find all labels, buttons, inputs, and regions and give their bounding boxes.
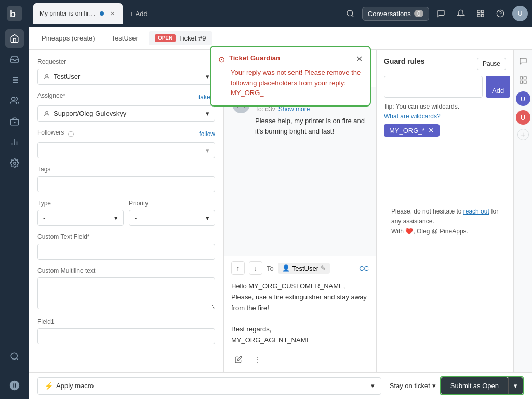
tab-title: My printer is on fire #9 — [39, 10, 97, 17]
mini-apps-icon[interactable] — [516, 73, 530, 87]
show-more-link[interactable]: Show more — [278, 105, 310, 113]
user-avatar-btn[interactable]: U — [512, 6, 528, 21]
mini-avatar-blue[interactable]: U — [516, 91, 530, 106]
cc-button[interactable]: CC — [359, 264, 369, 272]
svg-text:b: b — [10, 9, 16, 19]
bottom-right: Stay on ticket ▾ Submit as Open ▾ — [390, 376, 524, 395]
followers-select[interactable]: ▾ — [37, 142, 215, 158]
reply-up-btn[interactable]: ↑ — [231, 261, 245, 275]
sub-tab-pineapps[interactable]: Pineapps (create) — [35, 31, 101, 45]
sidebar-item-home[interactable] — [5, 29, 24, 48]
submit-caret-btn[interactable]: ▾ — [508, 377, 523, 394]
reach-out-link[interactable]: reach out — [463, 208, 489, 215]
svg-line-17 — [16, 358, 18, 360]
app-logo: b — [5, 4, 24, 23]
alert-close-btn[interactable]: ✕ — [356, 54, 363, 64]
rule-tag-close-btn[interactable]: ✕ — [428, 126, 434, 135]
rule-tag-label: MY_ORG_* — [389, 127, 425, 135]
alert-header: ⊙ Ticket Guardian ✕ — [218, 54, 363, 64]
type-chevron-icon: ▾ — [114, 214, 118, 222]
reply-to-username: TestUser — [292, 264, 318, 272]
field1-input[interactable] — [37, 328, 215, 344]
alert-title: Ticket Guardian — [229, 54, 352, 62]
requester-select[interactable]: TestUser ▾ — [37, 69, 215, 85]
reply-footer: ⋮ — [231, 352, 369, 367]
requester-value: TestUser — [54, 73, 80, 81]
custom-multiline-input[interactable] — [37, 277, 215, 309]
svg-rect-32 — [524, 77, 526, 79]
reply-line1: Hello MY_ORG_CUSTOMER_NAME, — [231, 281, 369, 292]
svg-point-26 — [46, 74, 48, 77]
apps-icon-btn[interactable] — [473, 6, 488, 21]
add-rule-button[interactable]: + Add — [486, 76, 510, 98]
submit-button[interactable]: Submit as Open — [441, 377, 508, 394]
sidebar-item-zendesk[interactable] — [5, 376, 24, 395]
stay-on-ticket-btn[interactable]: Stay on ticket ▾ — [390, 382, 436, 390]
assignee-select[interactable]: Support/Oleg Gulevskyy ▾ — [37, 105, 215, 122]
mini-avatar-red[interactable]: U — [516, 110, 530, 125]
reply-box: ↑ ↓ To 👤 TestUser ✎ CC Hello MY_ORG_CUST… — [224, 256, 376, 372]
right-panel: Guard rules Pause + Add Tip: You can use… — [376, 50, 532, 372]
reply-edit-icon[interactable]: ✎ — [321, 264, 326, 272]
sidebar-item-search[interactable] — [5, 347, 24, 366]
assignee-label: Assignee* — [37, 92, 65, 99]
reply-body[interactable]: Hello MY_ORG_CUSTOMER_NAME, Please, use … — [231, 279, 369, 348]
sidebar-nav: b — [0, 0, 29, 399]
pause-button[interactable]: Pause — [477, 58, 506, 70]
reply-down-btn[interactable]: ↓ — [249, 261, 262, 275]
svg-line-19 — [352, 15, 353, 17]
tab-close-btn[interactable]: ✕ — [108, 9, 116, 18]
guard-rules-header: Guard rules Pause — [384, 57, 506, 71]
follow-link[interactable]: follow — [199, 130, 215, 138]
tags-input[interactable] — [37, 176, 215, 192]
conversations-badge: 0 — [414, 10, 423, 17]
svg-rect-34 — [520, 81, 523, 83]
open-badge: OPEN — [155, 34, 176, 42]
assignee-chevron-icon: ▾ — [206, 110, 209, 117]
sidebar-item-reports[interactable] — [5, 133, 24, 152]
submit-group: Submit as Open ▾ — [440, 376, 524, 395]
tip-label: Tip: You can use wildcards. — [384, 103, 459, 110]
priority-select[interactable]: - ▾ — [129, 210, 215, 226]
svg-point-15 — [14, 162, 16, 165]
alert-body: Your reply was not sent! Please remove t… — [231, 68, 363, 98]
help-icon-btn[interactable] — [493, 6, 508, 21]
custom-text-input[interactable] — [37, 244, 215, 260]
svg-rect-20 — [477, 10, 480, 13]
rule-input[interactable] — [384, 76, 483, 98]
footer-text: Please, do not hesitate to reach out for… — [384, 199, 506, 244]
mini-chat-icon[interactable] — [516, 54, 530, 69]
type-select[interactable]: - ▾ — [37, 210, 124, 226]
followers-info-icon: ⓘ — [68, 130, 74, 138]
sidebar-item-users[interactable] — [5, 91, 24, 110]
sub-tab-testuser[interactable]: TestUser — [105, 31, 144, 45]
svg-point-18 — [347, 10, 353, 16]
sidebar-item-inbox[interactable] — [5, 50, 24, 69]
mini-add-btn[interactable]: + — [517, 129, 529, 140]
sidebar-item-list[interactable] — [5, 71, 24, 89]
bottom-bar: ⚡ Apply macro ▾ Stay on ticket ▾ Submit … — [29, 372, 532, 399]
bell-icon-btn[interactable] — [453, 6, 469, 21]
chat-icon-btn[interactable] — [433, 6, 449, 21]
ticket-tab[interactable]: OPEN Ticket #9 — [149, 31, 212, 45]
alert-icon: ⊙ — [218, 55, 225, 64]
compose-icon-btn[interactable] — [231, 352, 246, 367]
sidebar-item-org[interactable] — [5, 112, 24, 131]
more-footer-btn[interactable]: ⋮ — [250, 352, 264, 367]
conversations-button[interactable]: Conversations 0 — [362, 7, 429, 21]
add-tab-btn[interactable]: + Add — [125, 7, 153, 21]
wildcards-link[interactable]: What are wildcards? — [384, 113, 441, 120]
assignee-value: Support/Oleg Gulevskyy — [54, 110, 126, 117]
priority-value: - — [135, 214, 137, 222]
search-button[interactable] — [342, 6, 358, 21]
reply-to-label: To — [267, 264, 274, 272]
main-tab[interactable]: My printer is on fire #9 ✕ — [33, 3, 123, 24]
requester-chevron-icon: ▾ — [206, 73, 209, 81]
apply-macro-btn[interactable]: ⚡ Apply macro ▾ — [37, 377, 381, 395]
message-body: Please help, my printer is on fire and i… — [255, 116, 368, 136]
sub-tab-pineapps-label: Pineapps (create) — [42, 34, 95, 42]
sidebar-item-settings[interactable] — [5, 154, 24, 172]
top-actions: Conversations 0 U — [342, 6, 528, 21]
reply-header: ↑ ↓ To 👤 TestUser ✎ CC — [231, 261, 369, 275]
ticket-details-panel: Requester TestUser ▾ Assignee* take it — [29, 50, 224, 372]
